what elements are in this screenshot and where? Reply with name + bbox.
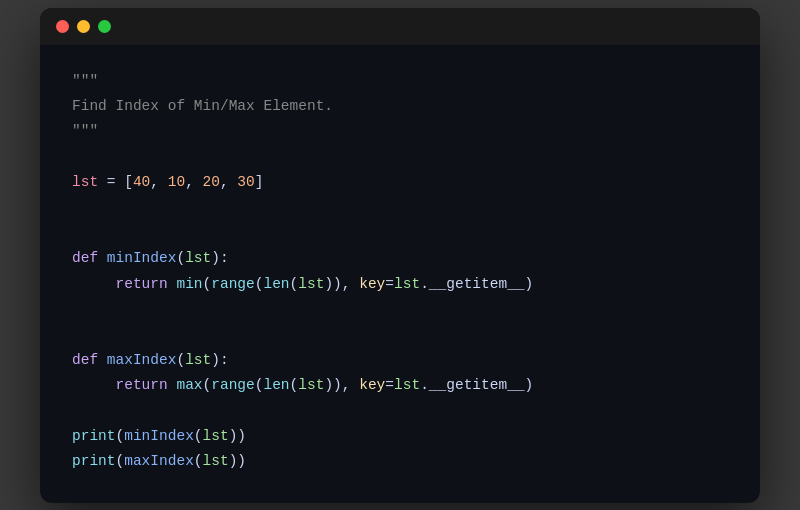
line-return-min: return min(range(len(lst)), key=lst.__ge… bbox=[72, 272, 728, 297]
code-display: """ Find Index of Min/Max Element. """ l… bbox=[40, 45, 760, 503]
minimize-button[interactable] bbox=[77, 20, 90, 33]
line-blank6 bbox=[72, 398, 728, 423]
line-blank5 bbox=[72, 322, 728, 347]
maximize-button[interactable] bbox=[98, 20, 111, 33]
line-lst: lst = [40, 10, 20, 30] bbox=[72, 170, 728, 195]
code-window: """ Find Index of Min/Max Element. """ l… bbox=[40, 8, 760, 503]
line-docstring2: Find Index of Min/Max Element. bbox=[72, 94, 728, 119]
line-print-min: print(minIndex(lst)) bbox=[72, 424, 728, 449]
line-print-max: print(maxIndex(lst)) bbox=[72, 449, 728, 474]
line-blank4 bbox=[72, 297, 728, 322]
line-docstring1: """ bbox=[72, 69, 728, 94]
line-return-max: return max(range(len(lst)), key=lst.__ge… bbox=[72, 373, 728, 398]
line-def-min: def minIndex(lst): bbox=[72, 246, 728, 271]
line-docstring3: """ bbox=[72, 119, 728, 144]
line-blank1 bbox=[72, 145, 728, 170]
line-def-max: def maxIndex(lst): bbox=[72, 348, 728, 373]
close-button[interactable] bbox=[56, 20, 69, 33]
line-blank3 bbox=[72, 221, 728, 246]
line-blank2 bbox=[72, 195, 728, 220]
titlebar bbox=[40, 8, 760, 45]
